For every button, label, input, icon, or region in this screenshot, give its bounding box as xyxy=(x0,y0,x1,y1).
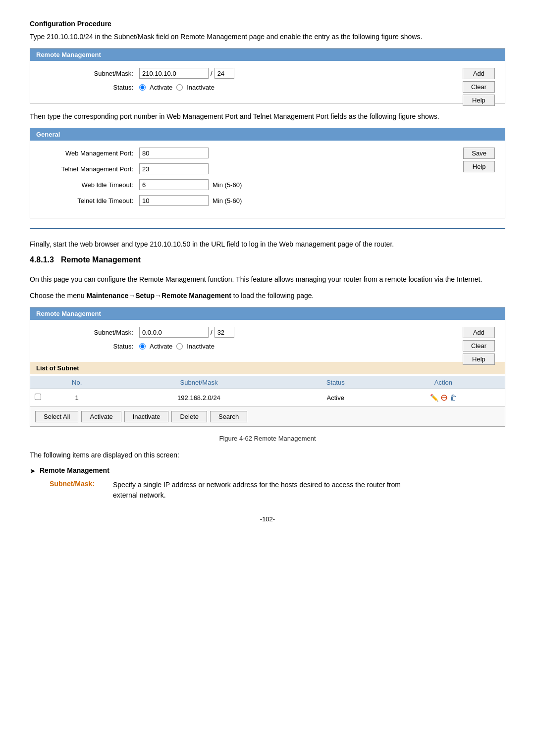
subnet-term: Subnet/Mask: xyxy=(50,480,109,488)
disable-icon[interactable]: ⊖ xyxy=(440,392,448,403)
subnet-desc: Specify a single IP address or network a… xyxy=(113,480,410,501)
remote-mgmt-panel-1-header: Remote Management xyxy=(30,49,505,61)
btn-group-2: Add Clear Help xyxy=(463,327,495,365)
inactivate-radio-1[interactable] xyxy=(176,84,183,91)
table-row: 1 192.168.2.0/24 Active ✏️ ⊖ 🗑 xyxy=(30,389,505,406)
status-label-1: Status: xyxy=(40,84,139,91)
figure-caption: Figure 4-62 Remote Management xyxy=(30,435,505,442)
select-all-button[interactable]: Select All xyxy=(35,411,78,422)
config-intro-text: Type 210.10.10.0/24 in the Subnet/Mask f… xyxy=(30,32,505,42)
following-items-text: The following items are displayed on thi… xyxy=(30,450,505,460)
clear-button-1[interactable]: Clear xyxy=(463,81,495,93)
col-no: No. xyxy=(45,376,108,389)
subnet-label-1: Subnet/Mask: xyxy=(40,70,139,77)
section-number: 4.8.1.3 xyxy=(30,255,54,264)
activate-radio-2[interactable] xyxy=(139,343,146,350)
inactivate-label-2: Inactivate xyxy=(187,343,214,350)
general-panel-header: General xyxy=(30,128,505,141)
activate-button[interactable]: Activate xyxy=(81,411,121,422)
list-subnet-body: No. Subnet/Mask Status Action 1 192.168.… xyxy=(30,376,505,426)
section-title: Remote Management xyxy=(61,255,141,264)
remote-mgmt-panel-1: Remote Management Subnet/Mask: / Status:… xyxy=(30,48,505,103)
help-button-2[interactable]: Help xyxy=(463,353,495,365)
row-status: Active xyxy=(289,389,382,406)
row-subnet: 192.168.2.0/24 xyxy=(108,389,289,406)
row-checkbox[interactable] xyxy=(35,394,41,400)
col-subnet: Subnet/Mask xyxy=(108,376,289,389)
help-button-general[interactable]: Help xyxy=(463,161,495,172)
table-footer: Select All Activate Inactivate Delete Se… xyxy=(30,406,505,426)
subnet-ip-input-1[interactable] xyxy=(139,68,209,79)
web-idle-label: Web Idle Timeout: xyxy=(40,181,139,189)
delete-icon[interactable]: 🗑 xyxy=(450,394,457,402)
telnet-mgmt-port-label: Telnet Management Port: xyxy=(40,165,139,173)
telnet-idle-input[interactable] xyxy=(139,195,209,206)
subnet-label-2: Subnet/Mask: xyxy=(40,329,139,336)
telnet-idle-row: Telnet Idle Timeout: Min (5-60) xyxy=(40,195,495,206)
section-heading-container: 4.8.1.3 Remote Management xyxy=(30,255,505,269)
delete-button[interactable]: Delete xyxy=(171,411,207,422)
slash-2: / xyxy=(211,329,213,336)
web-mgmt-port-input[interactable] xyxy=(139,148,209,158)
status-row-2: Status: Activate Inactivate xyxy=(40,343,495,350)
help-button-1[interactable]: Help xyxy=(463,95,495,106)
web-idle-row: Web Idle Timeout: Min (5-60) xyxy=(40,179,495,190)
telnet-mgmt-port-row: Telnet Management Port: xyxy=(40,163,495,174)
status-radio-group-2: Activate Inactivate xyxy=(139,343,214,350)
remote-mgmt-bullet: ➤ Remote Management xyxy=(30,466,505,475)
row-no: 1 xyxy=(45,389,108,406)
menu-text-intro: Choose the menu Maintenance→Setup→Remote… xyxy=(30,291,505,301)
web-mgmt-port-label: Web Management Port: xyxy=(40,150,139,157)
row-action: ✏️ ⊖ 🗑 xyxy=(382,389,505,406)
general-panel: General Web Management Port: Telnet Mana… xyxy=(30,128,505,218)
activate-radio-1[interactable] xyxy=(139,84,146,91)
subnet-table: No. Subnet/Mask Status Action 1 192.168.… xyxy=(30,376,505,406)
remote-mgmt-panel-2-header: Remote Management xyxy=(30,307,505,320)
col-action: Action xyxy=(382,376,505,389)
save-button[interactable]: Save xyxy=(463,148,495,159)
inactivate-label-1: Inactivate xyxy=(187,84,214,91)
inactivate-button[interactable]: Inactivate xyxy=(124,411,169,422)
web-mgmt-port-row: Web Management Port: xyxy=(40,148,495,158)
subnet-mask-input-2[interactable] xyxy=(214,327,234,338)
arrow-icon: ➤ xyxy=(30,467,36,475)
menu-path-bold: Maintenance→Setup→Remote Management xyxy=(86,292,231,300)
general-btn-group: Save Help xyxy=(463,148,495,172)
inactivate-radio-2[interactable] xyxy=(176,343,183,350)
page-number: -102- xyxy=(30,515,505,523)
action-icons: ✏️ ⊖ 🗑 xyxy=(386,392,501,403)
status-label-2: Status: xyxy=(40,343,139,350)
edit-icon[interactable]: ✏️ xyxy=(430,394,438,402)
subnet-ip-input-2[interactable] xyxy=(139,327,209,338)
clear-button-2[interactable]: Clear xyxy=(463,340,495,352)
activate-label-2: Activate xyxy=(150,343,172,350)
then-text: Then type the corresponding port number … xyxy=(30,111,505,122)
web-idle-unit: Min (5-60) xyxy=(213,181,242,189)
search-button[interactable]: Search xyxy=(210,411,247,422)
list-subnet-header: List of Subnet xyxy=(30,362,505,374)
telnet-idle-label: Telnet Idle Timeout: xyxy=(40,197,139,204)
status-row-1: Status: Activate Inactivate xyxy=(40,84,495,91)
row-checkbox-cell xyxy=(30,389,45,406)
telnet-mgmt-port-input[interactable] xyxy=(139,163,209,174)
slash-1: / xyxy=(211,70,213,77)
remote-mgmt-panel-2: Remote Management Subnet/Mask: / Status:… xyxy=(30,307,505,427)
web-idle-input[interactable] xyxy=(139,179,209,190)
activate-label-1: Activate xyxy=(150,84,172,91)
table-header-row: No. Subnet/Mask Status Action xyxy=(30,376,505,389)
remote-mgmt-bullet-label: Remote Management xyxy=(40,466,109,474)
subnet-mask-row-1: Subnet/Mask: / xyxy=(40,68,495,79)
telnet-idle-unit: Min (5-60) xyxy=(213,197,242,204)
add-button-2[interactable]: Add xyxy=(463,327,495,338)
col-checkbox xyxy=(30,376,45,389)
section-description: On this page you can configure the Remot… xyxy=(30,274,505,285)
subnet-mask-input-1[interactable] xyxy=(214,68,234,79)
definition-block: Subnet/Mask:Specify a single IP address … xyxy=(50,480,505,501)
remote-mgmt-panel-2-body: Subnet/Mask: / Status: Activate Inactiva… xyxy=(30,320,505,362)
divider xyxy=(30,228,505,229)
finally-text: Finally, start the web browser and type … xyxy=(30,239,505,250)
status-radio-group-1: Activate Inactivate xyxy=(139,84,214,91)
config-procedure-title: Configuration Procedure xyxy=(30,20,505,28)
remote-mgmt-panel-1-body: Subnet/Mask: / Status: Activate Inactiva… xyxy=(30,61,505,103)
add-button-1[interactable]: Add xyxy=(463,68,495,79)
